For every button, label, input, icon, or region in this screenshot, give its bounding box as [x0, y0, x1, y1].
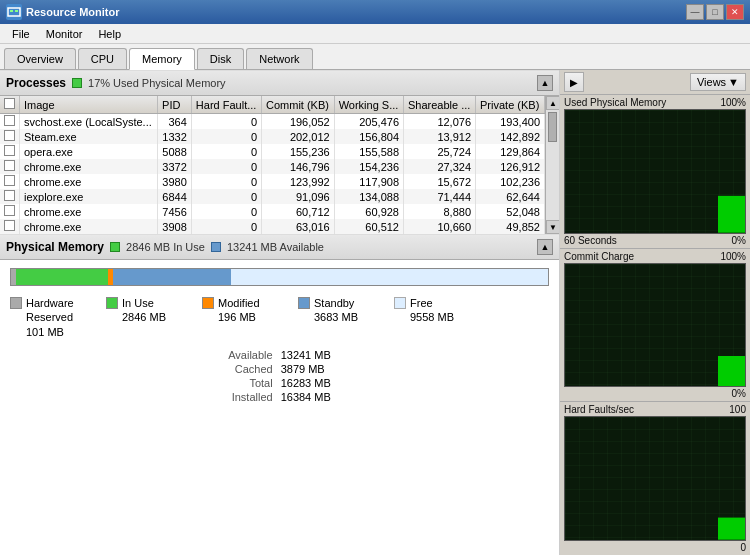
table-row: chrome.exe 3372 0 146,796 154,236 27,324… — [0, 159, 545, 174]
cell-private: 142,892 — [476, 129, 545, 144]
cell-image: opera.exe — [20, 144, 158, 159]
cell-commit: 60,712 — [262, 204, 335, 219]
cell-hardfault: 0 — [191, 204, 261, 219]
menu-file[interactable]: File — [4, 26, 38, 42]
close-button[interactable]: ✕ — [726, 4, 744, 20]
memory-bar-container — [0, 260, 559, 290]
cell-checkbox[interactable] — [0, 189, 20, 204]
cell-commit: 196,052 — [262, 114, 335, 130]
scroll-down-arrow[interactable]: ▼ — [546, 220, 559, 234]
bar-free — [231, 269, 548, 285]
process-scrollbar[interactable]: ▲ ▼ — [545, 96, 559, 234]
col-commit[interactable]: Commit (KB) — [262, 96, 335, 114]
graph2-label: Commit Charge — [564, 251, 634, 262]
svg-rect-7 — [718, 356, 745, 387]
processes-collapse-btn[interactable]: ▲ — [537, 75, 553, 91]
cell-image: chrome.exe — [20, 219, 158, 234]
title-text: Resource Monitor — [26, 6, 120, 18]
right-panel: ▶ Views ▼ Used Physical Memory 100% — [560, 70, 750, 555]
memory-collapse-btn[interactable]: ▲ — [537, 239, 553, 255]
cell-checkbox[interactable] — [0, 129, 20, 144]
col-working[interactable]: Working S... — [334, 96, 403, 114]
views-button[interactable]: Views ▼ — [690, 73, 746, 91]
cell-working: 60,512 — [334, 219, 403, 234]
cell-image: svchost.exe (LocalSyste... — [20, 114, 158, 130]
stat-label-total: Total — [60, 377, 273, 389]
cell-pid: 3372 — [158, 159, 192, 174]
cell-private: 193,400 — [476, 114, 545, 130]
col-private[interactable]: Private (KB) — [476, 96, 545, 114]
table-row: iexplore.exe 6844 0 91,096 134,088 71,44… — [0, 189, 545, 204]
cell-shareable: 10,660 — [404, 219, 476, 234]
views-dropdown-icon: ▼ — [728, 76, 739, 88]
cell-commit: 155,236 — [262, 144, 335, 159]
cell-commit: 146,796 — [262, 159, 335, 174]
cell-checkbox[interactable] — [0, 114, 20, 130]
physical-memory-section: Physical Memory 2846 MB In Use 13241 MB … — [0, 234, 559, 555]
tab-disk[interactable]: Disk — [197, 48, 244, 69]
menu-help[interactable]: Help — [90, 26, 129, 42]
legend-modified: Modified196 MB — [202, 296, 282, 339]
cell-hardfault: 0 — [191, 144, 261, 159]
tab-network[interactable]: Network — [246, 48, 312, 69]
col-hard-fault[interactable]: Hard Fault... — [191, 96, 261, 114]
cell-pid: 364 — [158, 114, 192, 130]
graph-section: Used Physical Memory 100% — [560, 95, 750, 555]
col-checkbox[interactable] — [0, 96, 20, 114]
cell-image: chrome.exe — [20, 204, 158, 219]
scroll-thumb[interactable] — [548, 112, 557, 142]
graph1-bottom-right: 0% — [732, 235, 746, 246]
svg-rect-9 — [718, 518, 745, 540]
scroll-up-arrow[interactable]: ▲ — [546, 96, 559, 110]
graph1-bottom-left: 60 Seconds — [564, 235, 617, 246]
cell-pid: 1332 — [158, 129, 192, 144]
processes-title: Processes — [6, 76, 66, 90]
maximize-button[interactable]: □ — [706, 4, 724, 20]
cell-shareable: 12,076 — [404, 114, 476, 130]
tab-overview[interactable]: Overview — [4, 48, 76, 69]
table-row: opera.exe 5088 0 155,236 155,588 25,724 … — [0, 144, 545, 159]
right-panel-header: ▶ Views ▼ — [560, 70, 750, 95]
cell-working: 156,804 — [334, 129, 403, 144]
cell-checkbox[interactable] — [0, 219, 20, 234]
col-image[interactable]: Image — [20, 96, 158, 114]
menu-monitor[interactable]: Monitor — [38, 26, 91, 42]
memory-stats: Available 13241 MB Cached 3879 MB Total … — [0, 345, 559, 407]
process-table-scroll[interactable]: Image PID Hard Fault... Commit (KB) Work… — [0, 96, 545, 234]
tabs-bar: Overview CPU Memory Disk Network — [0, 44, 750, 70]
cell-shareable: 8,880 — [404, 204, 476, 219]
graph1-pct: 100% — [720, 97, 746, 108]
cell-image: iexplore.exe — [20, 189, 158, 204]
cell-checkbox[interactable] — [0, 174, 20, 189]
cell-shareable: 27,324 — [404, 159, 476, 174]
cell-commit: 63,016 — [262, 219, 335, 234]
graph3-pct: 100 — [729, 404, 746, 415]
stat-label-available: Available — [60, 349, 273, 361]
graph-commit-charge: Commit Charge 100% — [560, 249, 750, 403]
graph2-canvas — [564, 263, 746, 388]
tab-memory[interactable]: Memory — [129, 48, 195, 70]
tab-cpu[interactable]: CPU — [78, 48, 127, 69]
cell-pid: 3980 — [158, 174, 192, 189]
cell-checkbox[interactable] — [0, 204, 20, 219]
cell-hardfault: 0 — [191, 189, 261, 204]
table-row: Steam.exe 1332 0 202,012 156,804 13,912 … — [0, 129, 545, 144]
green-dot-processes — [72, 78, 82, 88]
cell-working: 205,476 — [334, 114, 403, 130]
col-shareable[interactable]: Shareable ... — [404, 96, 476, 114]
memory-available-text: 13241 MB Available — [227, 241, 324, 253]
memory-bar — [10, 268, 549, 286]
minimize-button[interactable]: — — [686, 4, 704, 20]
physical-memory-header: Physical Memory 2846 MB In Use 13241 MB … — [0, 234, 559, 260]
cell-commit: 91,096 — [262, 189, 335, 204]
cell-checkbox[interactable] — [0, 144, 20, 159]
stat-value-installed: 16384 MB — [281, 391, 499, 403]
graph1-canvas — [564, 109, 746, 234]
col-pid[interactable]: PID — [158, 96, 192, 114]
stat-value-cached: 3879 MB — [281, 363, 499, 375]
svg-rect-3 — [15, 10, 18, 12]
nav-button[interactable]: ▶ — [564, 72, 584, 92]
cell-private: 52,048 — [476, 204, 545, 219]
title-bar: Resource Monitor — □ ✕ — [0, 0, 750, 24]
cell-checkbox[interactable] — [0, 159, 20, 174]
